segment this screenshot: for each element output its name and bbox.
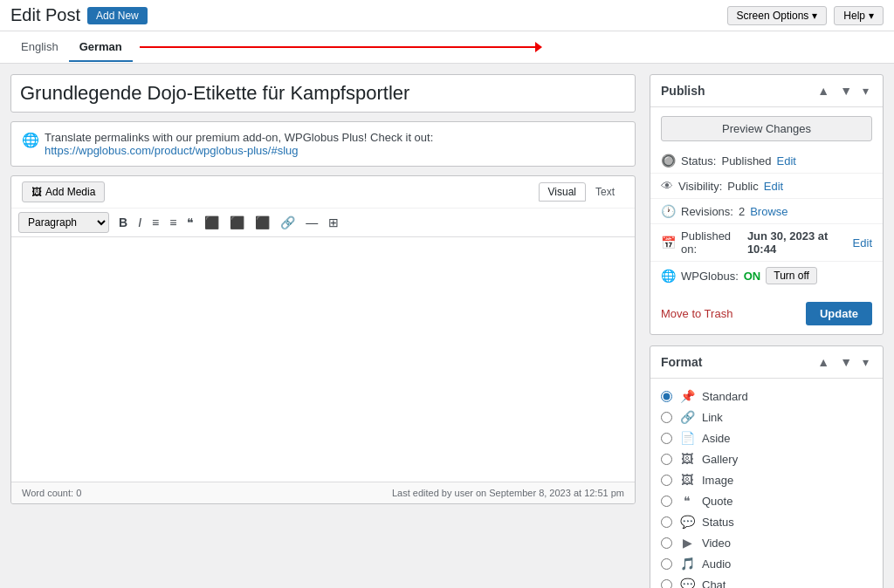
- italic-button[interactable]: I: [134, 214, 146, 231]
- format-radio-quote[interactable]: [661, 496, 672, 507]
- published-on-row: 📅 Published on: Jun 30, 2023 at 10:44 Ed…: [650, 224, 883, 262]
- collapse-up-button[interactable]: ▲: [814, 82, 833, 99]
- format-box-header: Format ▲ ▼ ▾: [650, 346, 883, 379]
- tab-english[interactable]: English: [10, 33, 69, 62]
- format-collapse-toggle-button[interactable]: ▾: [859, 353, 872, 371]
- ordered-list-button[interactable]: ≡: [165, 214, 181, 231]
- wpglobus-label: WPGlobus:: [681, 270, 739, 283]
- align-left-button[interactable]: ⬛: [200, 214, 224, 231]
- publish-box: Publish ▲ ▼ ▾ Preview Changes 🔘 Status: …: [650, 74, 884, 335]
- revisions-browse-link[interactable]: Browse: [750, 205, 787, 218]
- quote-format-icon: ❝: [679, 494, 695, 508]
- status-row: 🔘 Status: Published Edit: [650, 148, 883, 174]
- permalink-notice-text: Translate permalinks with our premium ad…: [45, 131, 624, 157]
- red-arrow-indicator: [133, 46, 884, 48]
- format-radio-status[interactable]: [661, 516, 672, 528]
- published-on-edit-link[interactable]: Edit: [853, 236, 872, 250]
- link-button[interactable]: 🔗: [276, 214, 299, 231]
- format-item-gallery: 🖼Gallery: [661, 448, 872, 469]
- chevron-down-icon: ▾: [869, 10, 874, 22]
- format-radio-video[interactable]: [661, 537, 672, 549]
- calendar-icon: 📅: [661, 236, 676, 250]
- post-title-input[interactable]: [10, 74, 636, 113]
- format-label-audio: Audio: [702, 557, 731, 571]
- format-label-chat: Chat: [702, 578, 726, 589]
- format-radio-link[interactable]: [661, 412, 672, 423]
- unordered-list-button[interactable]: ≡: [148, 214, 163, 231]
- update-button[interactable]: Update: [806, 302, 872, 325]
- publish-actions: Move to Trash Update: [650, 293, 883, 334]
- add-new-button[interactable]: Add New: [87, 7, 148, 24]
- top-bar-left: Edit Post Add New: [10, 5, 148, 25]
- tab-german[interactable]: German: [69, 33, 133, 62]
- main-layout: 🌐 Translate permalinks with our premium …: [0, 64, 894, 588]
- format-box-controls: ▲ ▼ ▾: [814, 353, 872, 371]
- content-area: 🌐 Translate permalinks with our premium …: [10, 74, 636, 588]
- format-radio-chat[interactable]: [661, 579, 672, 589]
- format-item-link: 🔗Link: [661, 407, 872, 427]
- add-media-label: Add Media: [45, 186, 95, 198]
- horizontal-rule-button[interactable]: —: [301, 214, 322, 231]
- format-label-image: Image: [702, 474, 733, 487]
- published-on-value: Jun 30, 2023 at 10:44: [747, 229, 829, 256]
- wpglobus-row: 🌐 WPGlobus: ON Turn off: [650, 262, 883, 293]
- tab-text[interactable]: Text: [586, 182, 624, 202]
- gallery-format-icon: 🖼: [679, 452, 695, 466]
- add-media-button[interactable]: 🖼 Add Media: [22, 181, 105, 202]
- format-box-title: Format: [661, 355, 702, 369]
- format-radio-aside[interactable]: [661, 433, 672, 444]
- format-item-aside: 📄Aside: [661, 427, 872, 448]
- format-collapse-down-button[interactable]: ▼: [836, 353, 856, 371]
- status-value: Published: [721, 154, 771, 168]
- format-label-quote: Quote: [702, 495, 732, 508]
- collapse-toggle-button[interactable]: ▾: [859, 82, 872, 99]
- format-radio-audio[interactable]: [661, 558, 672, 570]
- permalink-link[interactable]: https://wpglobus.com/product/wpglobus-pl…: [45, 144, 299, 157]
- screen-options-label: Screen Options: [737, 10, 809, 22]
- word-count: Word count: 0: [22, 488, 81, 498]
- blockquote-button[interactable]: ❝: [182, 214, 198, 231]
- visibility-edit-link[interactable]: Edit: [764, 180, 783, 193]
- video-format-icon: ▶: [679, 536, 695, 550]
- wpglobus-icon: 🌐: [661, 269, 676, 283]
- top-bar-right: Screen Options ▾ Help ▾: [727, 6, 884, 25]
- publish-box-title: Publish: [661, 84, 705, 98]
- move-to-trash-link[interactable]: Move to Trash: [661, 307, 732, 320]
- audio-format-icon: 🎵: [679, 557, 695, 571]
- format-item-status: 💬Status: [661, 511, 872, 532]
- preview-changes-button[interactable]: Preview Changes: [661, 116, 872, 141]
- editor-toolbar-top: 🖼 Add Media Visual Text: [11, 176, 635, 209]
- arrow-line: [140, 46, 541, 48]
- aside-format-icon: 📄: [679, 431, 695, 445]
- status-edit-link[interactable]: Edit: [777, 154, 796, 168]
- standard-format-icon: 📌: [679, 389, 695, 403]
- collapse-down-button[interactable]: ▼: [836, 82, 856, 99]
- visibility-value: Public: [727, 180, 758, 193]
- screen-options-button[interactable]: Screen Options ▾: [727, 6, 828, 25]
- format-collapse-up-button[interactable]: ▲: [814, 353, 833, 371]
- format-radio-standard[interactable]: [661, 391, 672, 402]
- format-item-audio: 🎵Audio: [661, 553, 872, 574]
- sidebar: Publish ▲ ▼ ▾ Preview Changes 🔘 Status: …: [650, 74, 884, 588]
- turn-off-button[interactable]: Turn off: [766, 267, 817, 284]
- status-icon: 🔘: [661, 154, 676, 168]
- align-right-button[interactable]: ⬛: [251, 214, 274, 231]
- align-center-button[interactable]: ⬛: [225, 214, 249, 231]
- tab-visual[interactable]: Visual: [539, 182, 586, 202]
- bold-button[interactable]: B: [114, 214, 132, 231]
- publish-box-controls: ▲ ▼ ▾: [814, 82, 872, 99]
- editor-footer: Word count: 0 Last edited by user on Sep…: [11, 482, 635, 503]
- visibility-label: Visibility:: [678, 180, 722, 193]
- paragraph-format-select[interactable]: Paragraph Heading 1 Heading 2 Heading 3 …: [18, 212, 109, 233]
- more-toolbar-button[interactable]: ⊞: [324, 214, 343, 231]
- top-bar: Edit Post Add New Screen Options ▾ Help …: [0, 0, 894, 31]
- format-item-chat: 💬Chat: [661, 574, 872, 588]
- help-button[interactable]: Help ▾: [834, 6, 884, 25]
- format-label-aside: Aside: [702, 432, 731, 445]
- format-radio-gallery[interactable]: [661, 454, 672, 465]
- view-tabs: Visual Text: [539, 182, 624, 202]
- permalink-notice: 🌐 Translate permalinks with our premium …: [10, 121, 636, 167]
- editor-content[interactable]: [11, 237, 635, 482]
- format-label-standard: Standard: [702, 390, 748, 403]
- format-radio-image[interactable]: [661, 475, 672, 486]
